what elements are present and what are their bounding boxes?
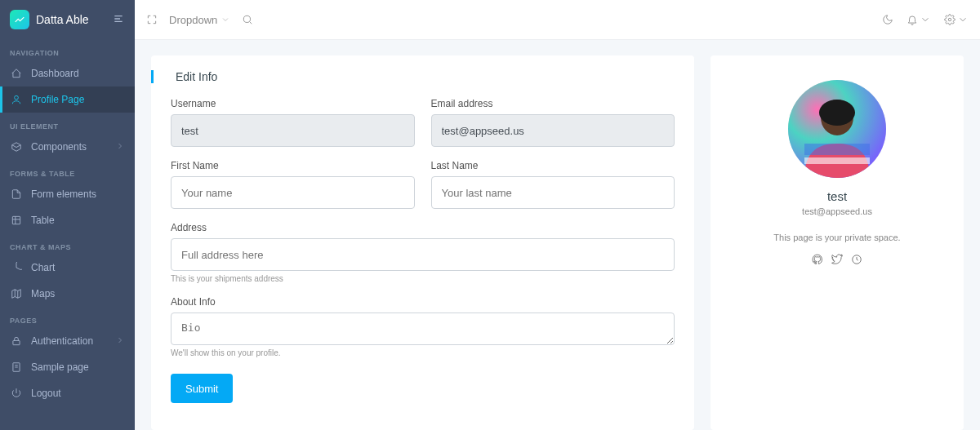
profile-note: This page is your private space. <box>727 233 947 242</box>
sidebar: Datta Able NAVIGATIONDashboardProfile Pa… <box>0 0 135 430</box>
sidebar-item-label: Form elements <box>31 188 125 200</box>
brand-name: Datta Able <box>36 13 112 26</box>
top-header: Dropdown <box>135 0 980 39</box>
notifications-icon[interactable] <box>906 14 931 25</box>
settings-icon[interactable] <box>944 14 969 25</box>
header-dropdown-label: Dropdown <box>169 14 217 26</box>
profile-socials <box>727 254 947 268</box>
svg-point-8 <box>819 100 855 126</box>
sidebar-collapse-icon[interactable] <box>112 12 125 28</box>
lastname-label: Last Name <box>431 160 675 171</box>
pie-icon <box>10 261 23 274</box>
sidebar-item-sample-page[interactable]: Sample page <box>0 354 135 380</box>
email-label: Email address <box>431 98 675 109</box>
username-label: Username <box>171 98 415 109</box>
svg-rect-9 <box>804 157 870 164</box>
svg-rect-10 <box>804 144 870 155</box>
clock-icon[interactable] <box>851 254 862 268</box>
nav-section-label: NAVIGATION <box>0 39 135 60</box>
sidebar-item-label: Components <box>31 141 115 153</box>
sidebar-item-label: Authentication <box>31 335 115 347</box>
user-icon <box>10 93 23 106</box>
lastname-input[interactable] <box>431 176 675 209</box>
profile-card: test test@appseed.us This page is your p… <box>710 55 964 430</box>
github-icon[interactable] <box>812 254 823 268</box>
nav-section-label: PAGES <box>0 307 135 328</box>
sidebar-item-profile-page[interactable]: Profile Page <box>0 86 135 113</box>
firstname-input[interactable] <box>171 176 415 209</box>
home-icon <box>10 67 23 80</box>
address-label: Address <box>171 222 675 233</box>
sidebar-item-maps[interactable]: Maps <box>0 281 135 307</box>
theme-toggle-icon[interactable] <box>882 14 893 25</box>
lock-icon <box>10 335 23 348</box>
profile-email: test@appseed.us <box>727 206 947 216</box>
sidebar-item-label: Dashboard <box>31 68 125 79</box>
address-hint: This is your shipments address <box>171 274 675 283</box>
about-label: About Info <box>171 296 675 308</box>
email-input[interactable] <box>431 114 675 147</box>
brand-logo[interactable] <box>10 10 29 29</box>
power-icon <box>10 387 23 400</box>
sidebar-item-table[interactable]: Table <box>0 207 135 233</box>
sidebar-item-label: Maps <box>31 288 125 299</box>
nav-section-label: FORMS & TABLE <box>0 160 135 181</box>
table-icon <box>10 214 23 227</box>
nav-section-label: UI ELEMENT <box>0 113 135 134</box>
username-input[interactable] <box>171 114 415 147</box>
chevron-down-icon <box>920 14 931 25</box>
edit-info-card: Edit Info Username Email address First N… <box>151 55 694 430</box>
sidebar-item-label: Table <box>31 215 125 226</box>
svg-point-4 <box>244 16 251 22</box>
twitter-icon[interactable] <box>831 254 843 268</box>
about-input[interactable] <box>171 313 675 345</box>
box-icon <box>10 140 23 153</box>
sidebar-item-logout[interactable]: Logout <box>0 380 135 406</box>
sidebar-item-authentication[interactable]: Authentication <box>0 328 135 354</box>
svg-point-5 <box>948 18 951 21</box>
about-hint: We'll show this on your profile. <box>171 348 675 357</box>
file-icon <box>10 188 23 201</box>
brand-row: Datta Able <box>0 0 135 39</box>
svg-point-0 <box>15 95 19 100</box>
address-input[interactable] <box>171 238 675 271</box>
sidebar-item-dashboard[interactable]: Dashboard <box>0 60 135 86</box>
map-icon <box>10 287 23 300</box>
sidebar-item-label: Sample page <box>31 361 125 373</box>
profile-name: test <box>727 189 947 203</box>
nav-section-label: CHART & MAPS <box>0 233 135 255</box>
chevron-right-icon <box>115 141 125 153</box>
chevron-down-icon <box>957 14 969 25</box>
svg-rect-1 <box>12 216 20 224</box>
chevron-down-icon <box>220 15 230 24</box>
sidebar-item-label: Chart <box>31 262 125 273</box>
sidebar-item-label: Logout <box>31 388 125 399</box>
chevron-right-icon <box>115 335 125 348</box>
sidebar-item-components[interactable]: Components <box>0 134 135 160</box>
fullscreen-icon[interactable] <box>146 14 158 25</box>
avatar <box>788 80 886 178</box>
firstname-label: First Name <box>171 160 415 171</box>
page-icon <box>10 361 23 374</box>
card-title: Edit Info <box>171 70 675 83</box>
search-icon[interactable] <box>242 14 253 25</box>
header-dropdown[interactable]: Dropdown <box>169 14 230 26</box>
sidebar-item-chart[interactable]: Chart <box>0 255 135 281</box>
submit-button[interactable]: Submit <box>171 374 233 403</box>
svg-rect-2 <box>13 340 20 344</box>
sidebar-item-label: Profile Page <box>31 94 125 105</box>
sidebar-item-form-elements[interactable]: Form elements <box>0 181 135 207</box>
